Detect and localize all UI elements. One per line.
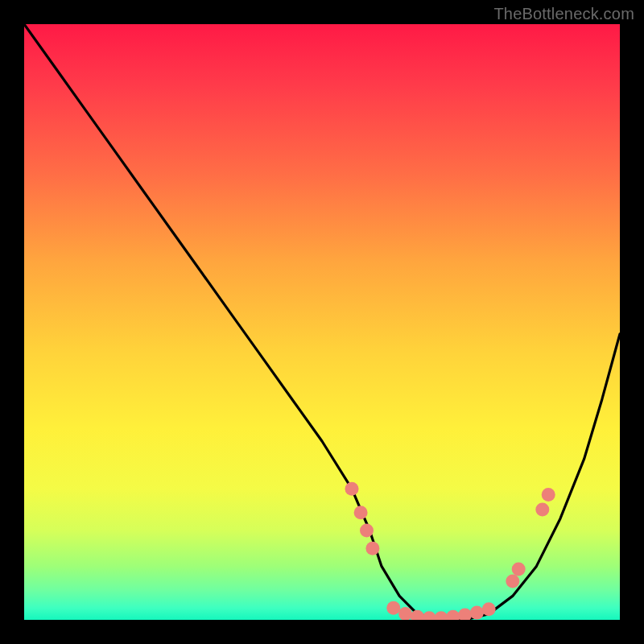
data-point [482,602,496,616]
bottleneck-curve [24,24,620,620]
curve-layer [24,24,620,620]
data-point [458,609,472,620]
data-point [535,503,549,517]
plot-area [24,24,620,620]
chart-frame: TheBottleneck.com [0,0,644,644]
chart-svg [24,24,620,620]
data-point [512,563,526,576]
data-point [435,611,448,620]
data-point [398,607,412,620]
data-point [354,506,368,519]
watermark-text: TheBottleneck.com [493,5,634,23]
data-point [360,524,374,538]
data-point [542,488,555,502]
data-point [386,601,400,615]
data-point [423,611,436,620]
data-point [365,542,379,555]
data-point [506,574,519,588]
data-point [470,606,484,620]
data-point [446,610,460,620]
marker-layer [345,482,555,620]
data-point [345,482,359,496]
data-point [411,610,424,620]
